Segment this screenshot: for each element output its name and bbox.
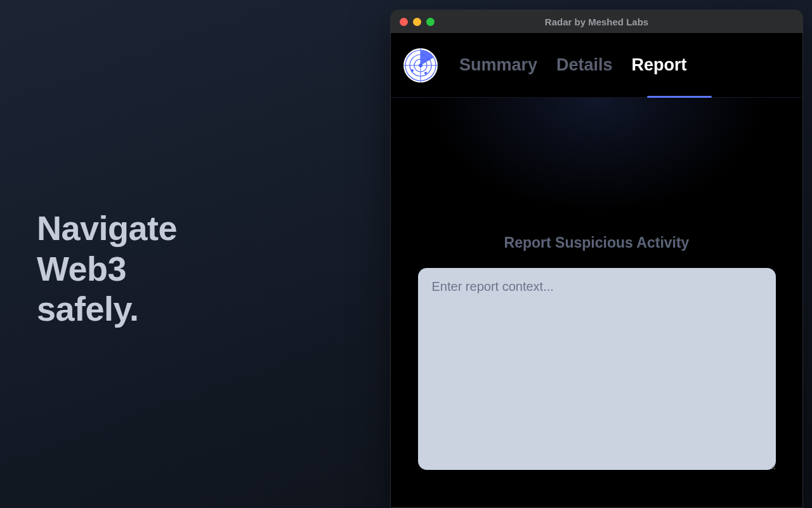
close-window-button[interactable] bbox=[400, 18, 408, 26]
window-titlebar: Radar by Meshed Labs bbox=[391, 10, 802, 33]
app-logo bbox=[402, 47, 439, 84]
content-area: Report Suspicious Activity bbox=[391, 98, 802, 472]
window-title: Radar by Meshed Labs bbox=[391, 17, 802, 27]
tab-summary[interactable]: Summary bbox=[458, 53, 539, 77]
maximize-window-button[interactable] bbox=[426, 18, 435, 26]
active-tab-indicator bbox=[647, 96, 712, 98]
tagline-line: Navigate bbox=[37, 208, 177, 249]
report-heading: Report Suspicious Activity bbox=[504, 234, 690, 251]
report-textarea-wrap bbox=[418, 268, 776, 472]
svg-point-6 bbox=[419, 64, 422, 67]
traffic-lights bbox=[400, 18, 435, 26]
app-window: Radar by Meshed Labs Summary Details Rep… bbox=[390, 10, 803, 508]
tab-details[interactable]: Details bbox=[555, 53, 614, 77]
tabs-container: Summary Details Report bbox=[458, 53, 688, 77]
minimize-window-button[interactable] bbox=[413, 18, 421, 26]
svg-point-7 bbox=[427, 58, 429, 60]
tagline-line: Web3 bbox=[37, 249, 177, 290]
radar-icon bbox=[403, 48, 438, 83]
tagline-line: safely. bbox=[37, 289, 177, 330]
marketing-tagline: Navigate Web3 safely. bbox=[37, 208, 177, 330]
tab-bar: Summary Details Report bbox=[391, 33, 802, 98]
svg-point-9 bbox=[424, 72, 427, 74]
report-context-input[interactable] bbox=[418, 268, 776, 470]
tab-report[interactable]: Report bbox=[631, 53, 688, 77]
svg-point-8 bbox=[411, 69, 414, 72]
